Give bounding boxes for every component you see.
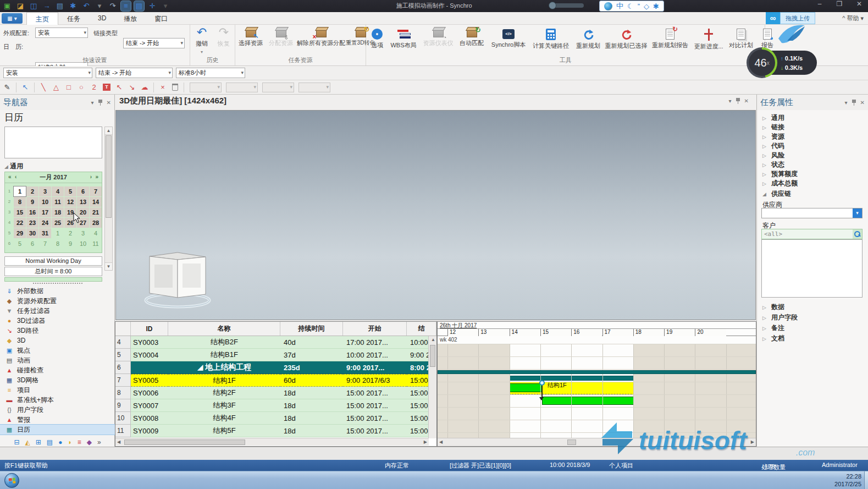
- cell-c0[interactable]: 6: [115, 361, 131, 374]
- task-link-handle[interactable]: [539, 380, 545, 386]
- update-progress-button[interactable]: 更新进度...: [693, 25, 725, 58]
- select-resource-button[interactable]: ↖ 选择资源: [235, 25, 266, 58]
- link-type-combo[interactable]: 结束 -> 开始▾: [123, 38, 185, 48]
- calendar-day[interactable]: 1: [14, 186, 26, 196]
- cell-c3[interactable]: 40d: [280, 336, 343, 349]
- calendar-day[interactable]: 7: [90, 186, 102, 196]
- cell-c0[interactable]: 11: [115, 425, 131, 437]
- calendar-day[interactable]: 8: [52, 239, 64, 249]
- navigator-item-viewpoint[interactable]: ▣视点: [0, 345, 115, 355]
- resource-gauge-button[interactable]: ◔ 资源仪表仪: [421, 25, 455, 58]
- calendar-day[interactable]: 30: [26, 228, 38, 238]
- calendar-day[interactable]: 22: [14, 218, 26, 228]
- section-0[interactable]: ▷通用: [757, 113, 868, 123]
- minimize-button[interactable]: –: [814, 0, 825, 8]
- calendar-day[interactable]: 11: [90, 239, 102, 249]
- gantt-chart-area[interactable]: 结构1F: [438, 336, 756, 438]
- restore-button[interactable]: ❐: [834, 0, 845, 8]
- calendar-last-icon[interactable]: »: [95, 174, 98, 180]
- cell-c2[interactable]: 结构B1F: [168, 349, 280, 361]
- navigator-item-cube3d[interactable]: ◆3D: [0, 336, 115, 345]
- close-button[interactable]: ✕: [854, 0, 865, 8]
- cell-c1[interactable]: [131, 361, 168, 374]
- ime-moon-icon[interactable]: ☾: [627, 2, 634, 10]
- calendar-day[interactable]: 16: [26, 207, 38, 217]
- cell-c0[interactable]: 8: [115, 387, 131, 399]
- cell-c2[interactable]: 结构2F: [168, 387, 280, 399]
- curve-tool-icon[interactable]: 2: [90, 83, 98, 91]
- navigator-item-calendar[interactable]: ▦日历: [0, 425, 115, 435]
- options-button[interactable]: 选项: [367, 25, 387, 58]
- gantt-hscrollbar[interactable]: ◀ ▶: [438, 438, 756, 446]
- calendar-day[interactable]: 25: [52, 218, 64, 228]
- viewport-3d[interactable]: [115, 110, 756, 320]
- search-icon[interactable]: [853, 229, 862, 239]
- calendar-day[interactable]: 21: [90, 207, 102, 217]
- netdisk-cloud-icon[interactable]: ∞: [766, 12, 780, 24]
- markup-combo-2[interactable]: ▾: [226, 83, 258, 92]
- tab-3d[interactable]: 3D: [89, 12, 115, 25]
- draw-pen-icon[interactable]: ✎: [3, 83, 11, 91]
- calendar-day[interactable]: 6: [26, 239, 38, 249]
- cell-c0[interactable]: 7: [115, 374, 131, 387]
- markup-combo-4[interactable]: ▾: [298, 83, 330, 92]
- cell-c1[interactable]: SY0007: [131, 399, 168, 412]
- section-supply-chain[interactable]: ◢供应链: [757, 189, 868, 199]
- viewport-pin-icon[interactable]: [736, 98, 740, 104]
- cell-c4[interactable]: 15:00 2017...: [343, 387, 407, 399]
- calendar-day[interactable]: 14: [90, 197, 102, 207]
- calendar-day[interactable]: 13: [77, 197, 89, 207]
- col-id[interactable]: ID: [131, 322, 168, 336]
- navigator-scrollbar[interactable]: ▲ ▼: [104, 127, 113, 271]
- calendar-day[interactable]: 8: [14, 197, 26, 207]
- navigator-item-baseline[interactable]: ▬基准线+脚本: [0, 395, 115, 405]
- outline-view-icon[interactable]: ⊟: [14, 438, 19, 446]
- ime-mode[interactable]: 中: [616, 1, 623, 11]
- ime-settings-icon[interactable]: ✱: [653, 2, 659, 10]
- cell-c1[interactable]: SY0005: [131, 374, 168, 387]
- section-7[interactable]: ▷成本总额: [757, 179, 868, 188]
- select-cursor-icon[interactable]: ↖: [21, 83, 29, 91]
- calendar-day[interactable]: 4: [90, 228, 102, 238]
- calendar-day[interactable]: 23: [26, 218, 38, 228]
- user-icon[interactable]: ●: [58, 438, 62, 446]
- show-desktop-button[interactable]: [864, 471, 868, 489]
- customer-list[interactable]: [761, 239, 863, 298]
- cell-c3[interactable]: 60d: [280, 374, 343, 387]
- tab-window[interactable]: 窗口: [146, 12, 176, 25]
- appearance-combo[interactable]: 安装▾: [35, 28, 88, 38]
- recorder-slider[interactable]: [551, 3, 584, 8]
- calendar-day[interactable]: 18: [52, 207, 64, 217]
- navigator-item-project[interactable]: ≡项目: [0, 385, 115, 395]
- gantt-period-label[interactable]: 26th 十月 2017: [438, 322, 756, 329]
- critical-path-button[interactable]: 计算关键路径: [530, 25, 572, 58]
- cell-c0[interactable]: 4: [115, 336, 131, 349]
- cell-c0[interactable]: 5: [115, 349, 131, 361]
- calendar-day[interactable]: 28: [90, 218, 102, 228]
- table-row[interactable]: 8SY0006结构2F18d15:00 2017...15:00 2: [115, 387, 436, 399]
- table-row[interactable]: 5SY0004结构B1F37d10:00 2017...9:00 20: [115, 349, 436, 361]
- calendar-day[interactable]: 7: [39, 239, 51, 249]
- properties-menu-icon[interactable]: ▾: [845, 100, 848, 106]
- view-cube[interactable]: [142, 247, 214, 310]
- link-type-combo-2[interactable]: 结束 -> 开始▾: [96, 68, 173, 78]
- remove-all-resources-button[interactable]: × 解除所有资源分配: [296, 25, 346, 58]
- tab-play[interactable]: 播放: [115, 12, 146, 25]
- calendar-day[interactable]: 2: [26, 186, 38, 196]
- cell-c3[interactable]: 18d: [280, 399, 343, 412]
- panel-splitter[interactable]: [33, 283, 82, 284]
- cloud-tool-icon[interactable]: ☁: [141, 83, 148, 91]
- list-view-icon[interactable]: ▤: [47, 438, 53, 446]
- rect-tool-icon[interactable]: □: [65, 83, 73, 91]
- calendar-day[interactable]: 5: [14, 239, 26, 249]
- section-bottom-3[interactable]: ▷文档: [757, 334, 868, 343]
- table-row[interactable]: 11SY0009结构5F18d15:00 2017...15:00 2: [115, 425, 436, 437]
- tab-home[interactable]: 主页: [26, 12, 58, 25]
- table-row[interactable]: 6◢ 地上结构工程235d9:00 2017...8:00 2: [115, 361, 436, 374]
- navigator-item-import[interactable]: ⇓外部数据: [0, 286, 115, 296]
- calendar-day[interactable]: 12: [64, 197, 76, 207]
- section-bottom-0[interactable]: ▷数据: [757, 303, 868, 312]
- cell-c4[interactable]: 15:00 2017...: [343, 399, 407, 412]
- cell-c2[interactable]: 结构5F: [168, 425, 280, 437]
- helmet-icon[interactable]: ◗: [68, 438, 71, 446]
